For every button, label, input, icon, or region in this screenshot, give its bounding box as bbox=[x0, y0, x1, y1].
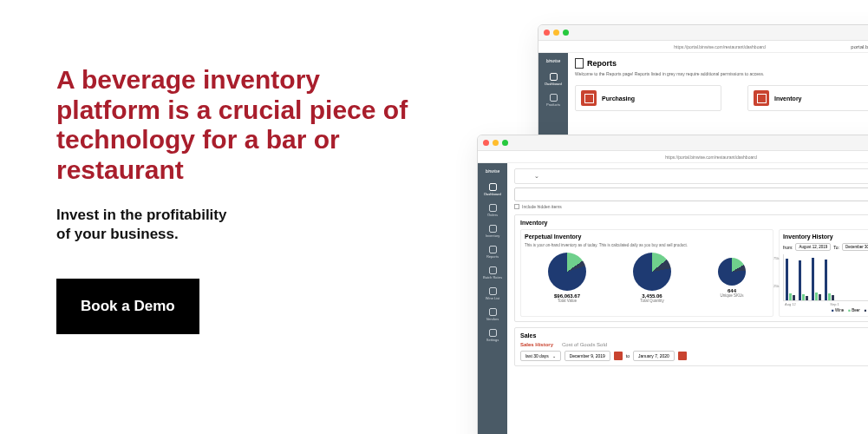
total-quantity-chart: 3,455.06 Total Quantity bbox=[633, 253, 671, 303]
checkbox-icon bbox=[514, 204, 519, 209]
chevron-down-icon: ⌄ bbox=[552, 353, 556, 358]
pie-chart-icon bbox=[548, 253, 586, 291]
inventory-card[interactable]: Inventory bbox=[747, 85, 868, 111]
vendors-icon bbox=[489, 308, 497, 316]
document-icon bbox=[575, 58, 584, 69]
panel-title: Sales bbox=[520, 332, 868, 339]
book-demo-button[interactable]: Book a Demo bbox=[56, 279, 199, 334]
sidebar-item-winelist[interactable]: Wine List bbox=[481, 285, 504, 302]
batch-icon bbox=[489, 266, 497, 274]
maximize-icon[interactable] bbox=[563, 30, 569, 36]
orders-icon bbox=[489, 204, 497, 212]
from-date-picker[interactable]: August 12, 2019 bbox=[795, 243, 831, 251]
sidebar-item-settings[interactable]: Settings bbox=[481, 326, 504, 344]
subpanel-title: Inventory History bbox=[783, 233, 868, 240]
sidebar-item-dashboard[interactable]: Dashboard bbox=[481, 181, 504, 198]
marketing-subhead: Invest in the profitability of your busi… bbox=[56, 206, 421, 244]
pie-chart-icon bbox=[633, 253, 671, 291]
purchasing-icon bbox=[581, 90, 597, 106]
inventory-panel: Inventory Perpetual Inventory This is yo… bbox=[514, 214, 868, 322]
minimize-icon[interactable] bbox=[493, 140, 499, 146]
dashboard-icon bbox=[489, 183, 497, 191]
reports-icon bbox=[489, 246, 497, 253]
dashboard-window: https://portal.binwise.com/restaurant/da… bbox=[477, 135, 868, 434]
include-hidden-checkbox[interactable]: Include hidden items bbox=[514, 204, 868, 209]
sidebar-item-inventory[interactable]: Inventory bbox=[481, 222, 504, 240]
location-dropdown[interactable]: ⌄ bbox=[514, 168, 868, 184]
metric-label: Total Value bbox=[548, 299, 586, 303]
sidebar-item-vendors[interactable]: Vendors bbox=[481, 306, 504, 323]
sidebar-item-products[interactable]: Products bbox=[542, 91, 565, 108]
sidebar-item-dashboard[interactable]: Dashboard bbox=[542, 70, 565, 88]
subpanel-title: Perpetual Inventory bbox=[525, 233, 769, 240]
panel-title: Inventory bbox=[520, 220, 868, 226]
close-icon[interactable] bbox=[483, 140, 489, 146]
calendar-icon[interactable] bbox=[678, 352, 687, 360]
subpanel-subtitle: This is your on-hand inventory as of tod… bbox=[525, 243, 769, 247]
chart-xlabels: Aug 12 Sep 1 Oct 1 Nov 4 bbox=[783, 301, 868, 306]
minimize-icon[interactable] bbox=[553, 30, 559, 36]
purchasing-card[interactable]: Purchasing bbox=[575, 85, 721, 111]
winelist-icon bbox=[489, 287, 497, 295]
sales-panel: Sales Sales History Cost of Goods Sold l… bbox=[514, 327, 868, 366]
brand-logo: binwise bbox=[546, 56, 561, 67]
chevron-down-icon: ⌄ bbox=[534, 173, 539, 180]
range-select[interactable]: last 30 days⌄ bbox=[520, 351, 561, 361]
sidebar-item-orders[interactable]: Orders bbox=[481, 201, 504, 219]
window-titlebar bbox=[478, 135, 868, 151]
tab-sales-history[interactable]: Sales History bbox=[520, 342, 553, 347]
to-date-picker[interactable]: December 30, 2019 bbox=[842, 243, 868, 251]
to-label: To: bbox=[833, 245, 839, 250]
history-bar-chart bbox=[783, 254, 868, 301]
unique-skus-chart: 644 Unique SKUs bbox=[718, 253, 746, 303]
brand-logo: binwise bbox=[486, 167, 500, 177]
sidebar-item-reports[interactable]: Reports bbox=[481, 243, 504, 260]
sales-from-date[interactable]: December 9, 2019 bbox=[565, 351, 610, 361]
dashboard-icon bbox=[550, 73, 558, 81]
page-title: Reports bbox=[575, 58, 868, 69]
products-icon bbox=[550, 94, 558, 102]
sidebar-item-batch[interactable]: Batch Rates bbox=[481, 264, 504, 281]
perpetual-inventory-panel: Perpetual Inventory This is your on-hand… bbox=[520, 229, 773, 317]
search-input[interactable] bbox=[514, 187, 868, 201]
tab-cogs[interactable]: Cost of Goods Sold bbox=[562, 342, 607, 347]
marketing-headline: A beverage inventory platform is a cruci… bbox=[56, 65, 421, 185]
pie-chart-icon bbox=[718, 258, 746, 286]
page-subtitle: Welcome to the Reports page! Reports lis… bbox=[575, 71, 868, 76]
sidebar: binwise Dashboard Orders Inventory Repor… bbox=[478, 163, 507, 434]
chart-legend: Wine Beer Liquor bbox=[783, 308, 868, 312]
metric-label: Unique SKUs bbox=[718, 293, 746, 298]
total-value-chart: $96,063.67 Total Value bbox=[548, 253, 586, 303]
settings-icon bbox=[489, 329, 497, 337]
inventory-icon bbox=[489, 225, 497, 233]
maximize-icon[interactable] bbox=[502, 140, 508, 146]
inventory-history-panel: Inventory History from: August 12, 2019 … bbox=[779, 229, 868, 317]
calendar-icon[interactable] bbox=[614, 352, 623, 360]
close-icon[interactable] bbox=[544, 30, 550, 36]
from-label: from: bbox=[783, 245, 793, 250]
address-bar[interactable]: https://portal.binwise.com/restaurant/da… bbox=[478, 151, 868, 163]
metric-label: Total Quantity bbox=[633, 299, 671, 303]
address-bar[interactable]: https://portal.binwise.com/restaurant/da… bbox=[538, 41, 868, 53]
inventory-icon bbox=[754, 90, 769, 106]
window-titlebar bbox=[538, 25, 868, 41]
sales-to-date[interactable]: January 7, 2020 bbox=[633, 351, 675, 361]
